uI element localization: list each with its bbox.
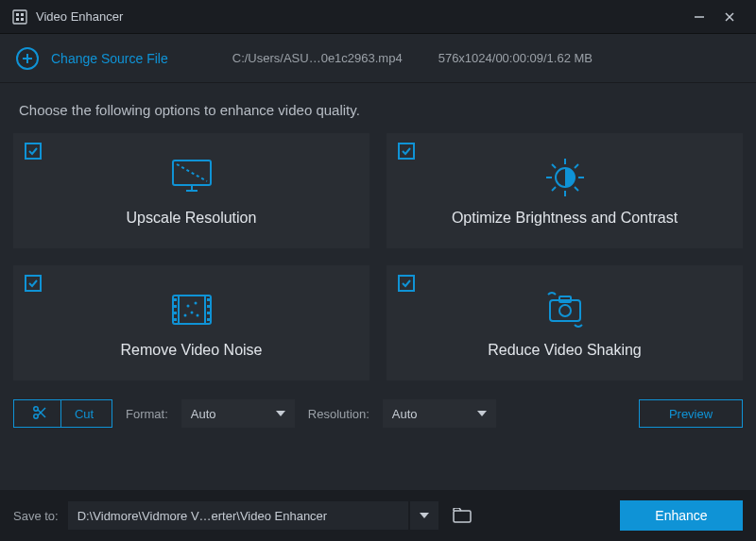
svg-point-38 bbox=[196, 314, 198, 317]
svg-rect-3 bbox=[16, 18, 19, 21]
save-path-dropdown[interactable] bbox=[410, 501, 438, 530]
option-label: Reduce Video Shaking bbox=[488, 342, 642, 359]
svg-rect-30 bbox=[174, 318, 177, 321]
enhance-button[interactable]: Enhance bbox=[620, 500, 743, 531]
svg-rect-0 bbox=[13, 10, 26, 24]
chevron-down-icon bbox=[276, 411, 285, 416]
source-meta: 576x1024/00:00:09/1.62 MB bbox=[438, 51, 593, 65]
add-source-icon[interactable] bbox=[15, 46, 40, 71]
option-remove-noise[interactable]: Remove Video Noise bbox=[13, 265, 369, 380]
chevron-down-icon bbox=[477, 411, 487, 416]
svg-rect-34 bbox=[207, 318, 210, 321]
preview-button[interactable]: Preview bbox=[639, 399, 743, 428]
svg-rect-29 bbox=[174, 312, 177, 314]
film-noise-icon bbox=[165, 287, 218, 332]
svg-rect-28 bbox=[174, 305, 177, 308]
svg-point-35 bbox=[186, 305, 189, 308]
titlebar: Video Enhancer bbox=[0, 0, 756, 34]
format-value: Auto bbox=[191, 407, 216, 421]
resolution-label: Resolution: bbox=[308, 407, 369, 421]
monitor-upscale-icon bbox=[167, 155, 216, 200]
resolution-dropdown[interactable]: Auto bbox=[383, 399, 496, 428]
close-button[interactable] bbox=[714, 0, 745, 34]
svg-rect-4 bbox=[21, 18, 24, 21]
source-path: C:/Users/ASU…0e1c2963.mp4 bbox=[232, 51, 403, 65]
svg-rect-40 bbox=[550, 300, 580, 321]
option-label: Remove Video Noise bbox=[120, 342, 262, 359]
window-title: Video Enhancer bbox=[36, 9, 123, 24]
checkbox-icon[interactable] bbox=[398, 275, 415, 292]
svg-rect-1 bbox=[16, 13, 19, 16]
option-brightness-contrast[interactable]: Optimize Brightness and Contrast bbox=[387, 133, 743, 248]
save-path-field[interactable]: D:\Vidmore\Vidmore V…erter\Video Enhance… bbox=[68, 501, 408, 530]
cut-label: Cut bbox=[75, 407, 94, 421]
svg-rect-33 bbox=[207, 312, 210, 314]
svg-rect-27 bbox=[174, 298, 177, 301]
bottom-bar: Save to: D:\Vidmore\Vidmore V…erter\Vide… bbox=[0, 490, 756, 541]
brightness-icon bbox=[541, 155, 590, 200]
checkbox-icon[interactable] bbox=[398, 143, 415, 160]
svg-rect-32 bbox=[207, 305, 210, 308]
option-label: Upscale Resolution bbox=[127, 210, 257, 227]
format-label: Format: bbox=[126, 407, 168, 421]
svg-line-23 bbox=[575, 164, 578, 168]
svg-line-20 bbox=[552, 164, 556, 168]
change-source-link[interactable]: Change Source File bbox=[51, 51, 168, 66]
scissors-icon bbox=[32, 405, 47, 423]
cut-button[interactable]: Cut bbox=[13, 399, 112, 428]
save-to-label: Save to: bbox=[13, 509, 59, 523]
option-label: Optimize Brightness and Contrast bbox=[452, 210, 678, 227]
source-bar: Change Source File C:/Users/ASU…0e1c2963… bbox=[0, 34, 756, 83]
svg-point-36 bbox=[194, 302, 197, 305]
format-dropdown[interactable]: Auto bbox=[181, 399, 295, 428]
option-reduce-shaking[interactable]: Reduce Video Shaking bbox=[387, 265, 743, 380]
checkbox-icon[interactable] bbox=[25, 275, 42, 292]
minimize-button[interactable] bbox=[684, 0, 714, 34]
controls-row: Cut Format: Auto Resolution: Auto Previe… bbox=[0, 380, 756, 428]
svg-rect-31 bbox=[207, 298, 210, 301]
checkbox-icon[interactable] bbox=[25, 143, 42, 160]
svg-line-22 bbox=[552, 187, 556, 191]
svg-rect-2 bbox=[21, 13, 24, 16]
app-icon bbox=[11, 8, 28, 25]
resolution-value: Auto bbox=[392, 407, 418, 421]
svg-line-12 bbox=[177, 164, 207, 181]
chevron-down-icon bbox=[420, 513, 429, 518]
open-folder-button[interactable] bbox=[448, 501, 476, 530]
instruction-text: Choose the following options to enhance … bbox=[0, 83, 756, 133]
options-grid: Upscale Resolution Optimize Brightness a… bbox=[0, 133, 756, 380]
camera-shake-icon bbox=[539, 287, 592, 332]
svg-point-42 bbox=[559, 305, 571, 316]
svg-point-37 bbox=[190, 312, 193, 314]
option-upscale-resolution[interactable]: Upscale Resolution bbox=[13, 133, 369, 248]
svg-line-21 bbox=[575, 187, 578, 191]
svg-point-39 bbox=[183, 314, 186, 317]
svg-rect-47 bbox=[454, 511, 471, 522]
